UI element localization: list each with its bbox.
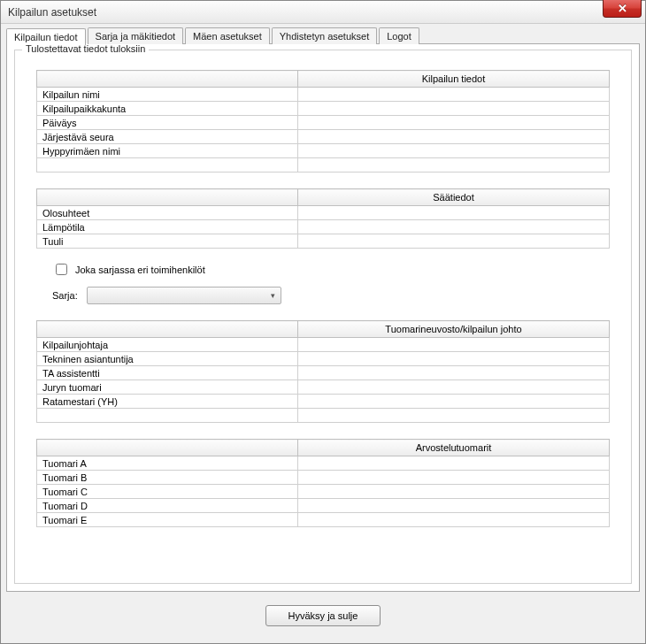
table-row: Olosuhteet: [37, 206, 610, 220]
weather-info-table: Säätiedot Olosuhteet Lämpötila Tuuli: [36, 188, 610, 249]
table-row: Tuomari E: [37, 513, 610, 527]
table-row: Tuomari D: [37, 499, 610, 513]
table-row: Lämpötila: [37, 220, 610, 234]
row-value[interactable]: [298, 116, 610, 130]
jury-table: Tuomarineuvosto/kilpailun johto Kilpailu…: [36, 320, 610, 423]
row-value[interactable]: [298, 471, 610, 485]
row-label: Juryn tuomari: [37, 380, 298, 395]
row-value[interactable]: [298, 88, 610, 102]
row-label: Lämpötila: [37, 220, 298, 234]
tab-maen-asetukset[interactable]: Mäen asetukset: [185, 27, 270, 44]
close-icon: ✕: [618, 2, 627, 15]
controls-row: Joka sarjassa eri toimihenkilöt Sarja: ▾: [52, 261, 610, 304]
row-value[interactable]: [298, 338, 610, 352]
row-value[interactable]: [298, 234, 610, 249]
competition-info-table: Kilpailun tiedot Kilpailun nimi Kilpailu…: [36, 70, 610, 172]
tab-pane: Tulostettavat tiedot tuloksiin Kilpailun…: [6, 43, 640, 592]
tables-stack: Kilpailun tiedot Kilpailun nimi Kilpailu…: [20, 70, 626, 527]
table-row: [37, 158, 610, 172]
row-value[interactable]: [298, 380, 610, 395]
accept-and-close-button[interactable]: Hyväksy ja sulje: [265, 605, 381, 626]
row-label: Tuomari B: [37, 471, 298, 485]
row-value[interactable]: [298, 352, 610, 366]
row-label: Kilpailun nimi: [37, 88, 298, 102]
close-button[interactable]: ✕: [603, 0, 642, 18]
table-row: Tuomari A: [37, 456, 610, 471]
row-value[interactable]: [298, 513, 610, 527]
table-row: Hyppyrimäen nimi: [37, 144, 610, 158]
row-label: Hyppyrimäen nimi: [37, 144, 298, 158]
row-label: [37, 158, 298, 172]
column-header[interactable]: Säätiedot: [298, 189, 610, 206]
row-value[interactable]: [298, 206, 610, 220]
tab-yhdistetyn-asetukset[interactable]: Yhdistetyn asetukset: [272, 27, 378, 44]
table-row: Kilpailupaikkakunta: [37, 102, 610, 116]
table-row: Ratamestari (YH): [37, 395, 610, 409]
column-header[interactable]: [37, 440, 298, 456]
table-row: Juryn tuomari: [37, 380, 610, 395]
row-value[interactable]: [298, 456, 610, 471]
per-series-officials-checkbox[interactable]: [56, 264, 67, 275]
row-label: Tuomari E: [37, 513, 298, 527]
judges-table: Arvostelutuomarit Tuomari A Tuomari B Tu…: [36, 439, 610, 527]
column-header[interactable]: Arvostelutuomarit: [298, 440, 610, 456]
tab-kilpailun-tiedot[interactable]: Kilpailun tiedot: [6, 28, 86, 45]
row-label: Kilpailunjohtaja: [37, 338, 298, 352]
series-combobox[interactable]: ▾: [87, 287, 281, 304]
column-header[interactable]: Kilpailun tiedot: [298, 71, 610, 88]
row-label: TA assistentti: [37, 366, 298, 380]
row-label: [37, 409, 298, 423]
tab-logot[interactable]: Logot: [379, 27, 419, 44]
table-row: Päiväys: [37, 116, 610, 130]
row-label: Järjestävä seura: [37, 130, 298, 144]
print-info-group: Tulostettavat tiedot tuloksiin Kilpailun…: [14, 50, 632, 584]
table-row: Tuomari C: [37, 485, 610, 499]
settings-window: Kilpailun asetukset ✕ Kilpailun tiedot S…: [0, 0, 646, 644]
row-value[interactable]: [298, 409, 610, 423]
table-row: Tuuli: [37, 234, 610, 249]
row-value[interactable]: [298, 158, 610, 172]
row-label: Tuuli: [37, 234, 298, 249]
row-label: Tekninen asiantuntija: [37, 352, 298, 366]
per-series-officials-row[interactable]: Joka sarjassa eri toimihenkilöt: [52, 261, 610, 278]
series-row: Sarja: ▾: [52, 287, 610, 304]
row-value[interactable]: [298, 130, 610, 144]
row-value[interactable]: [298, 499, 610, 513]
tab-strip: Kilpailun tiedot Sarja ja mäkitiedot Mäe…: [6, 27, 640, 44]
row-value[interactable]: [298, 366, 610, 380]
row-label: Kilpailupaikkakunta: [37, 102, 298, 116]
window-title: Kilpailun asetukset: [8, 6, 96, 19]
table-row: Kilpailunjohtaja: [37, 338, 610, 352]
row-value[interactable]: [298, 220, 610, 234]
column-header[interactable]: [37, 71, 298, 88]
table-row: Kilpailun nimi: [37, 88, 610, 102]
row-value[interactable]: [298, 102, 610, 116]
row-label: Tuomari C: [37, 485, 298, 499]
table-row: TA assistentti: [37, 366, 610, 380]
column-header[interactable]: [37, 321, 298, 338]
row-label: Olosuhteet: [37, 206, 298, 220]
row-label: Tuomari A: [37, 456, 298, 471]
content-area: Kilpailun tiedot Sarja ja mäkitiedot Mäe…: [1, 24, 645, 643]
checkbox-label: Joka sarjassa eri toimihenkilöt: [75, 264, 205, 275]
row-value[interactable]: [298, 485, 610, 499]
chevron-down-icon: ▾: [271, 291, 275, 300]
table-row: Tekninen asiantuntija: [37, 352, 610, 366]
row-label: Päiväys: [37, 116, 298, 130]
series-label: Sarja:: [52, 290, 78, 301]
column-header[interactable]: [37, 189, 298, 206]
table-row: Tuomari B: [37, 471, 610, 485]
titlebar: Kilpailun asetukset ✕: [1, 1, 645, 24]
footer: Hyväksy ja sulje: [6, 592, 640, 638]
row-label: Tuomari D: [37, 499, 298, 513]
table-row: Järjestävä seura: [37, 130, 610, 144]
column-header[interactable]: Tuomarineuvosto/kilpailun johto: [298, 321, 610, 338]
table-row: [37, 409, 610, 423]
row-value[interactable]: [298, 395, 610, 409]
tab-sarja-ja-makitiedot[interactable]: Sarja ja mäkitiedot: [88, 27, 184, 44]
row-value[interactable]: [298, 144, 610, 158]
row-label: Ratamestari (YH): [37, 395, 298, 409]
